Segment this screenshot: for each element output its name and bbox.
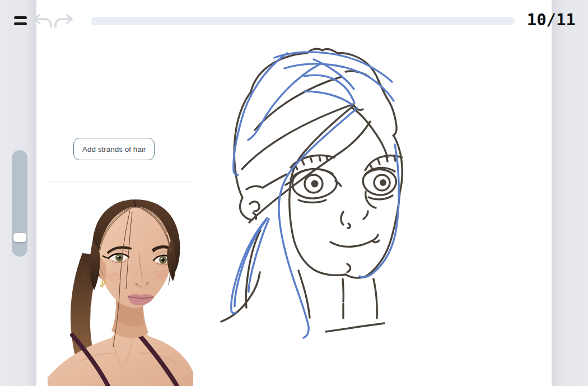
redo-icon (54, 11, 75, 30)
menu-icon (14, 22, 27, 25)
reference-photo (48, 182, 193, 386)
drawing-canvas[interactable] (207, 45, 442, 359)
zoom-slider[interactable] (12, 150, 27, 257)
step-counter: 10/11 (527, 10, 576, 29)
undo-icon (31, 11, 53, 30)
sketch-drawing (207, 45, 442, 359)
zoom-slider-thumb[interactable] (13, 233, 26, 242)
blue-hair-strand-strokes (231, 52, 399, 338)
instruction-button[interactable]: Add strands of hair (73, 138, 155, 160)
right-gutter (552, 0, 588, 386)
tutorial-progress-bar (91, 17, 515, 25)
menu-icon (14, 16, 27, 19)
redo-button[interactable] (54, 11, 75, 30)
undo-button[interactable] (31, 11, 53, 30)
reference-photo-image (48, 182, 193, 386)
menu-button[interactable] (14, 16, 27, 26)
